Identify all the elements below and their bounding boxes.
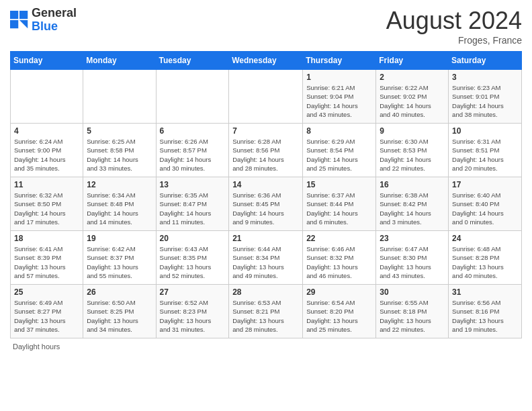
calendar-cell: 31Sunrise: 6:56 AMSunset: 8:16 PMDayligh… [449, 285, 522, 338]
day-number: 13 [160, 180, 226, 189]
calendar-cell: 28Sunrise: 6:53 AMSunset: 8:21 PMDayligh… [229, 285, 303, 338]
day-info: Sunrise: 6:55 AMSunset: 8:18 PMDaylight:… [380, 298, 445, 334]
day-info: Sunrise: 6:41 AMSunset: 8:39 PMDaylight:… [14, 244, 79, 280]
day-info: Sunrise: 6:52 AMSunset: 8:23 PMDaylight:… [160, 298, 226, 334]
calendar-cell [83, 70, 156, 124]
calendar-cell: 12Sunrise: 6:34 AMSunset: 8:48 PMDayligh… [83, 177, 156, 231]
calendar-week-row: 11Sunrise: 6:32 AMSunset: 8:50 PMDayligh… [11, 177, 522, 231]
logo-icon [10, 11, 29, 30]
calendar-cell: 5Sunrise: 6:25 AMSunset: 8:58 PMDaylight… [83, 124, 156, 177]
calendar-cell [11, 70, 83, 124]
logo-blue-text: Blue [32, 19, 58, 33]
calendar-cell: 26Sunrise: 6:50 AMSunset: 8:25 PMDayligh… [83, 285, 156, 338]
day-info: Sunrise: 6:44 AMSunset: 8:34 PMDaylight:… [232, 244, 299, 280]
calendar-cell [229, 70, 303, 124]
day-number: 7 [232, 126, 299, 136]
calendar-cell: 16Sunrise: 6:38 AMSunset: 8:42 PMDayligh… [376, 177, 449, 231]
day-number: 1 [306, 73, 372, 82]
calendar-cell: 21Sunrise: 6:44 AMSunset: 8:34 PMDayligh… [229, 231, 303, 285]
calendar-cell: 11Sunrise: 6:32 AMSunset: 8:50 PMDayligh… [11, 177, 83, 231]
calendar-cell: 3Sunrise: 6:23 AMSunset: 9:01 PMDaylight… [449, 70, 522, 124]
day-info: Sunrise: 6:26 AMSunset: 8:57 PMDaylight:… [160, 137, 226, 173]
day-number: 21 [232, 234, 299, 243]
calendar-cell: 30Sunrise: 6:55 AMSunset: 8:18 PMDayligh… [376, 285, 449, 338]
calendar-cell: 4Sunrise: 6:24 AMSunset: 9:00 PMDaylight… [11, 124, 83, 177]
svg-rect-1 [19, 11, 28, 19]
day-info: Sunrise: 6:29 AMSunset: 8:54 PMDaylight:… [306, 137, 372, 173]
calendar-week-row: 25Sunrise: 6:49 AMSunset: 8:27 PMDayligh… [11, 285, 522, 338]
day-number: 2 [380, 73, 445, 82]
calendar-cell: 14Sunrise: 6:36 AMSunset: 8:45 PMDayligh… [229, 177, 303, 231]
calendar-cell: 22Sunrise: 6:46 AMSunset: 8:32 PMDayligh… [303, 231, 376, 285]
day-number: 18 [14, 234, 79, 243]
logo: General Blue [10, 7, 77, 34]
calendar-cell: 2Sunrise: 6:22 AMSunset: 9:02 PMDaylight… [376, 70, 449, 124]
svg-rect-2 [10, 20, 18, 28]
day-number: 26 [87, 287, 152, 297]
day-number: 6 [160, 126, 226, 136]
day-number: 9 [380, 126, 445, 136]
day-info: Sunrise: 6:42 AMSunset: 8:37 PMDaylight:… [87, 244, 152, 280]
day-number: 12 [87, 180, 152, 189]
day-info: Sunrise: 6:34 AMSunset: 8:48 PMDaylight:… [87, 191, 152, 226]
day-info: Sunrise: 6:47 AMSunset: 8:30 PMDaylight:… [380, 244, 445, 280]
calendar-week-row: 1Sunrise: 6:21 AMSunset: 9:04 PMDaylight… [11, 70, 522, 124]
day-of-week-header: Thursday [303, 52, 376, 70]
calendar-header-row: SundayMondayTuesdayWednesdayThursdayFrid… [11, 52, 522, 70]
calendar-cell: 19Sunrise: 6:42 AMSunset: 8:37 PMDayligh… [83, 231, 156, 285]
month-year-title: August 2024 [386, 7, 522, 35]
day-number: 19 [87, 234, 152, 243]
day-of-week-header: Friday [376, 52, 449, 70]
daylight-label: Daylight hours [13, 342, 60, 351]
day-info: Sunrise: 6:21 AMSunset: 9:04 PMDaylight:… [306, 83, 372, 119]
day-number: 17 [452, 180, 518, 189]
calendar-cell: 1Sunrise: 6:21 AMSunset: 9:04 PMDaylight… [303, 70, 376, 124]
day-number: 31 [452, 287, 518, 297]
day-info: Sunrise: 6:43 AMSunset: 8:35 PMDaylight:… [160, 244, 226, 280]
day-of-week-header: Monday [83, 52, 156, 70]
calendar-cell: 15Sunrise: 6:37 AMSunset: 8:44 PMDayligh… [303, 177, 376, 231]
day-of-week-header: Wednesday [229, 52, 303, 70]
day-number: 14 [232, 180, 299, 189]
footer: Daylight hours [10, 342, 522, 351]
day-info: Sunrise: 6:36 AMSunset: 8:45 PMDaylight:… [232, 191, 299, 226]
day-number: 29 [306, 287, 372, 297]
calendar-cell: 6Sunrise: 6:26 AMSunset: 8:57 PMDaylight… [156, 124, 229, 177]
day-number: 4 [14, 126, 79, 136]
svg-rect-0 [10, 11, 18, 19]
day-info: Sunrise: 6:23 AMSunset: 9:01 PMDaylight:… [452, 83, 518, 119]
title-block: August 2024 Froges, France [386, 7, 522, 46]
day-info: Sunrise: 6:40 AMSunset: 8:40 PMDaylight:… [452, 191, 518, 226]
day-number: 25 [14, 287, 79, 297]
calendar-cell: 18Sunrise: 6:41 AMSunset: 8:39 PMDayligh… [11, 231, 83, 285]
day-number: 20 [160, 234, 226, 243]
day-number: 24 [452, 234, 518, 243]
calendar-cell: 29Sunrise: 6:54 AMSunset: 8:20 PMDayligh… [303, 285, 376, 338]
calendar-cell [156, 70, 229, 124]
day-info: Sunrise: 6:54 AMSunset: 8:20 PMDaylight:… [306, 298, 372, 334]
day-number: 15 [306, 180, 372, 189]
day-number: 5 [87, 126, 152, 136]
day-of-week-header: Sunday [11, 52, 83, 70]
day-number: 16 [380, 180, 445, 189]
day-info: Sunrise: 6:49 AMSunset: 8:27 PMDaylight:… [14, 298, 79, 334]
day-info: Sunrise: 6:32 AMSunset: 8:50 PMDaylight:… [14, 191, 79, 226]
day-info: Sunrise: 6:28 AMSunset: 8:56 PMDaylight:… [232, 137, 299, 173]
calendar-cell: 23Sunrise: 6:47 AMSunset: 8:30 PMDayligh… [376, 231, 449, 285]
day-number: 10 [452, 126, 518, 136]
logo-general-text: General [32, 6, 77, 19]
day-of-week-header: Tuesday [156, 52, 229, 70]
day-number: 3 [452, 73, 518, 82]
day-info: Sunrise: 6:37 AMSunset: 8:44 PMDaylight:… [306, 191, 372, 226]
calendar-cell: 13Sunrise: 6:35 AMSunset: 8:47 PMDayligh… [156, 177, 229, 231]
day-of-week-header: Saturday [449, 52, 522, 70]
day-info: Sunrise: 6:25 AMSunset: 8:58 PMDaylight:… [87, 137, 152, 173]
day-number: 27 [160, 287, 226, 297]
day-info: Sunrise: 6:53 AMSunset: 8:21 PMDaylight:… [232, 298, 299, 334]
day-info: Sunrise: 6:56 AMSunset: 8:16 PMDaylight:… [452, 298, 518, 334]
svg-marker-3 [19, 20, 28, 28]
day-info: Sunrise: 6:24 AMSunset: 9:00 PMDaylight:… [14, 137, 79, 173]
page-header: General Blue August 2024 Froges, France [10, 7, 522, 46]
calendar-cell: 25Sunrise: 6:49 AMSunset: 8:27 PMDayligh… [11, 285, 83, 338]
day-info: Sunrise: 6:50 AMSunset: 8:25 PMDaylight:… [87, 298, 152, 334]
